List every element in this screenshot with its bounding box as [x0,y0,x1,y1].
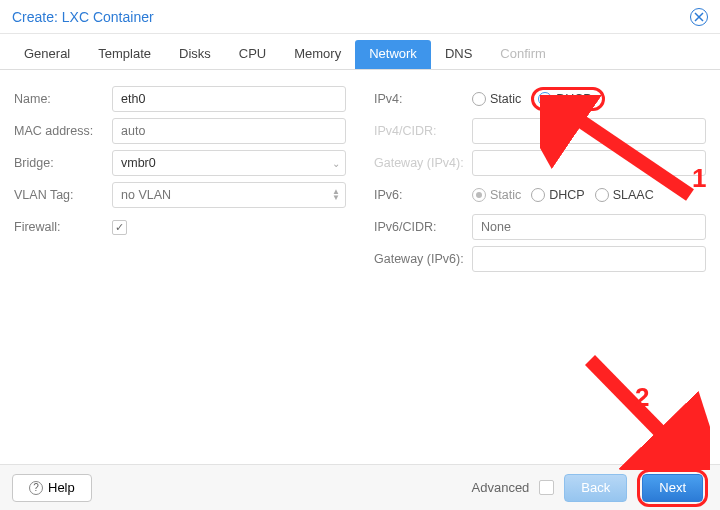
ipv4-static-radio[interactable]: Static [472,92,521,106]
bridge-combo[interactable] [112,150,346,176]
tab-confirm: Confirm [486,40,560,69]
tab-template[interactable]: Template [84,40,165,69]
ipv4-static-label: Static [490,92,521,106]
form-body: Name: MAC address: Bridge: ⌄ VLAN Tag: ▲… [0,70,720,440]
window-title: Create: LXC Container [12,9,154,25]
footer: ? Help Advanced Back Next [0,464,720,510]
help-label: Help [48,480,75,495]
tab-dns[interactable]: DNS [431,40,486,69]
annotation-circle-next: Next [637,469,708,507]
back-button[interactable]: Back [564,474,627,502]
mac-label: MAC address: [14,124,112,138]
ipv6-label: IPv6: [374,188,472,202]
ipv4-dhcp-radio[interactable]: DHCP [538,92,591,106]
help-button[interactable]: ? Help [12,474,92,502]
left-column: Name: MAC address: Bridge: ⌄ VLAN Tag: ▲… [14,84,346,440]
annotation-circle-dhcp: DHCP [531,87,604,111]
vlan-label: VLAN Tag: [14,188,112,202]
mac-input[interactable] [112,118,346,144]
gateway4-input [472,150,706,176]
ipv4cidr-input [472,118,706,144]
close-icon[interactable] [690,8,708,26]
help-icon: ? [29,481,43,495]
gateway4-label: Gateway (IPv4): [374,156,472,170]
name-label: Name: [14,92,112,106]
tab-memory[interactable]: Memory [280,40,355,69]
ipv6-dhcp-radio[interactable]: DHCP [531,188,584,202]
ipv4-dhcp-label: DHCP [556,92,591,106]
firewall-label: Firewall: [14,220,112,234]
ipv6cidr-input[interactable] [472,214,706,240]
ipv6-slaac-label: SLAAC [613,188,654,202]
ipv4cidr-label: IPv4/CIDR: [374,124,472,138]
next-button[interactable]: Next [642,474,703,502]
next-label: Next [659,480,686,495]
gateway6-label: Gateway (IPv6): [374,252,472,266]
bridge-label: Bridge: [14,156,112,170]
dialog: Create: LXC Container General Template D… [0,0,720,510]
firewall-checkbox[interactable]: ✓ [112,220,127,235]
ipv6-static-radio[interactable]: Static [472,188,521,202]
ipv4-label: IPv4: [374,92,472,106]
ipv6-slaac-radio[interactable]: SLAAC [595,188,654,202]
ipv6cidr-label: IPv6/CIDR: [374,220,472,234]
vlan-stepper[interactable] [112,182,346,208]
advanced-checkbox[interactable] [539,480,554,495]
tab-general[interactable]: General [10,40,84,69]
gateway6-input[interactable] [472,246,706,272]
right-column: IPv4: Static DHCP IPv4/CIDR: Gate [374,84,706,440]
titlebar: Create: LXC Container [0,0,720,34]
ipv6-static-label: Static [490,188,521,202]
back-label: Back [581,480,610,495]
ipv6-dhcp-label: DHCP [549,188,584,202]
tab-strip: General Template Disks CPU Memory Networ… [0,34,720,70]
name-input[interactable] [112,86,346,112]
advanced-label: Advanced [472,480,530,495]
tab-cpu[interactable]: CPU [225,40,280,69]
tab-network[interactable]: Network [355,40,431,69]
tab-disks[interactable]: Disks [165,40,225,69]
